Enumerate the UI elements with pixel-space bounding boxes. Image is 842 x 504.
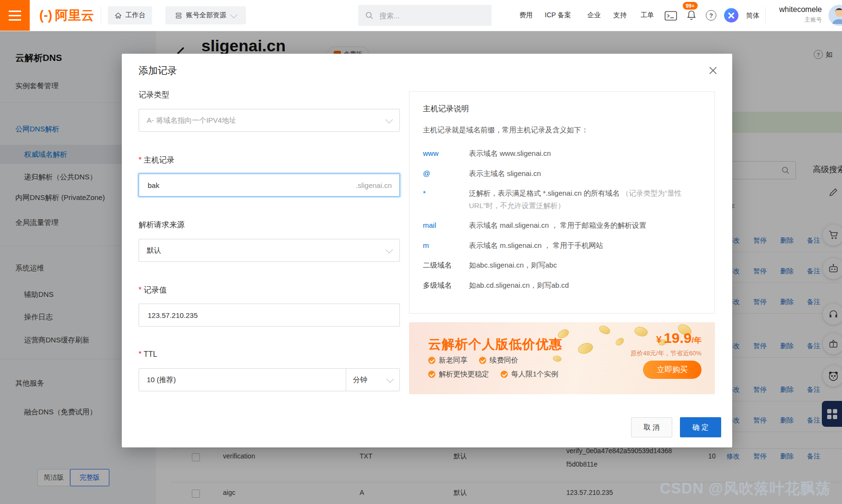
search-input[interactable] — [378, 11, 467, 20]
buy-now-button[interactable]: 立即购买 — [643, 361, 702, 379]
help-term: @ — [423, 167, 469, 180]
language-switch[interactable]: 简体 — [746, 12, 760, 20]
record-type-value: A- 将域名指向一个IPV4地址 — [147, 116, 236, 125]
account-menu[interactable]: whitecomele 主账号 — [771, 5, 822, 24]
help-desc: 如abc.sligenai.cn，则写abc — [469, 259, 557, 271]
host-record-label: 主机记录 — [139, 155, 175, 165]
avatar[interactable] — [829, 5, 842, 26]
record-value-input[interactable] — [147, 311, 392, 320]
help-desc: 泛解析，表示满足格式 *.sligenai.cn 的所有域名 （记录类型为“显性… — [469, 187, 701, 211]
promo-features-row: 解析更快更稳定 每人限1个实例 — [428, 370, 558, 379]
chevron-down-icon — [386, 375, 394, 383]
help-term: m — [423, 239, 469, 252]
csdn-watermark: CSDN @风吹落叶花飘荡 — [660, 479, 831, 499]
check-icon — [428, 357, 435, 364]
host-record-help-panel: 主机记录说明 主机记录就是域名前缀，常用主机记录及含义如下： www 表示域名 … — [409, 91, 715, 314]
app-promo-icon[interactable] — [724, 8, 738, 23]
chevron-down-icon — [386, 116, 393, 123]
promo-feature: 续费同价 — [490, 356, 518, 365]
help-row: mail 表示域名 mail.sligenai.cn ， 常用于邮箱业务的解析设… — [423, 219, 701, 232]
global-search[interactable] — [358, 5, 491, 26]
nav-support[interactable]: 支持 — [613, 11, 627, 20]
notification-badge: 99+ — [683, 2, 698, 10]
nav-billing[interactable]: 费用 — [519, 11, 533, 20]
help-row: 多级域名 如ab.cd.sligenai.cn，则写ab.cd — [423, 279, 701, 292]
ttl-label: TTL — [139, 350, 157, 359]
help-term: 二级域名 — [423, 259, 469, 271]
coin-decoration — [577, 341, 595, 356]
help-term: * — [423, 187, 469, 211]
promo-feature: 解析更快更稳定 — [439, 370, 489, 379]
host-record-field: .sligenai.cn — [139, 174, 400, 197]
divider — [765, 7, 766, 24]
nav-icp[interactable]: ICP 备案 — [545, 11, 571, 20]
promo-banner[interactable]: 云解析个人版低价优惠 新老同享 续费同价 解析更快更稳定 每人限1个实例 ¥ 1… — [409, 322, 715, 394]
ttl-field: 10 (推荐) 分钟 — [139, 368, 400, 391]
bell-icon[interactable] — [686, 10, 697, 22]
modal-title: 添加记录 — [139, 64, 177, 77]
coin-decoration — [633, 326, 649, 338]
promo-original-price: 原价48元/年，节省近60% — [631, 349, 702, 358]
chevron-down-icon — [386, 246, 393, 253]
cancel-button[interactable]: 取 消 — [631, 417, 672, 437]
help-row: @ 表示主域名 sligenai.cn — [423, 167, 701, 180]
chevron-down-icon — [230, 11, 238, 19]
record-type-label: 记录类型 — [139, 90, 169, 100]
help-row: www 表示域名 www.sligenai.cn — [423, 147, 701, 160]
ttl-input[interactable]: 10 (推荐) — [139, 369, 346, 391]
coin-decoration — [598, 324, 611, 336]
help-desc: 表示域名 mail.sligenai.cn ， 常用于邮箱业务的解析设置 — [469, 219, 646, 232]
dns-line-label: 解析请求来源 — [139, 220, 185, 230]
hamburger-menu-icon[interactable] — [0, 0, 30, 31]
currency-symbol: ¥ — [656, 334, 662, 345]
dns-line-select[interactable]: 默认 — [139, 239, 400, 262]
promo-title: 云解析个人版低价优惠 — [428, 336, 562, 353]
help-title: 主机记录说明 — [423, 104, 701, 114]
home-icon — [115, 12, 122, 19]
workbench-label: 工作台 — [126, 11, 146, 20]
nav-tickets[interactable]: 工单 — [641, 11, 654, 20]
help-icon[interactable]: ? — [706, 10, 716, 21]
help-row: 二级域名 如abc.sligenai.cn，则写abc — [423, 259, 701, 271]
nav-enterprise[interactable]: 企业 — [587, 11, 601, 20]
search-icon — [365, 11, 374, 20]
help-row: * 泛解析，表示满足格式 *.sligenai.cn 的所有域名 （记录类型为“… — [423, 187, 701, 211]
confirm-button[interactable]: 确 定 — [680, 417, 721, 437]
aliyun-logo[interactable]: (-) 阿里云 — [39, 0, 94, 31]
check-icon — [479, 357, 486, 364]
promo-price: ¥ 19.9/年 — [656, 330, 702, 346]
username: whitecomele — [771, 5, 822, 14]
help-desc: 表示主域名 sligenai.cn — [469, 167, 541, 180]
ttl-unit-value: 分钟 — [353, 375, 367, 385]
coin-decoration — [552, 355, 562, 363]
account-type: 主账号 — [771, 16, 822, 24]
account-resources-button[interactable]: 账号全部资源 — [165, 6, 246, 24]
workbench-button[interactable]: 工作台 — [108, 6, 152, 24]
top-navigation-bar: (-) 阿里云 工作台 账号全部资源 费用 ICP 备案 企业 支持 工单 99… — [0, 0, 842, 31]
close-icon[interactable] — [708, 65, 718, 76]
dns-line-value: 默认 — [147, 246, 161, 255]
ttl-unit-select[interactable]: 分钟 — [346, 369, 399, 391]
host-record-input[interactable] — [147, 181, 356, 190]
terminal-icon[interactable] — [665, 11, 677, 21]
help-desc: 表示域名 m.sligenai.cn ， 常用于手机网站 — [469, 239, 603, 252]
record-value-field — [139, 304, 400, 327]
account-resources-label: 账号全部资源 — [186, 11, 226, 20]
domain-suffix: .sligenai.cn — [356, 181, 392, 189]
help-term: www — [423, 147, 469, 160]
record-type-select[interactable]: A- 将域名指向一个IPV4地址 — [139, 109, 400, 132]
check-icon — [428, 371, 435, 378]
coin-decoration — [614, 336, 625, 347]
aliyun-logo-text: 阿里云 — [55, 7, 94, 24]
divider — [101, 7, 101, 24]
promo-feature: 新老同享 — [439, 356, 468, 365]
help-desc: 表示域名 www.sligenai.cn — [469, 147, 551, 160]
add-record-modal: 添加记录 记录类型 A- 将域名指向一个IPV4地址 主机记录 .sligena… — [122, 54, 732, 447]
promo-features-row: 新老同享 续费同价 — [428, 356, 518, 365]
check-icon — [501, 371, 508, 378]
aliyun-logo-mark: (-) — [39, 8, 52, 23]
help-term: mail — [423, 219, 469, 232]
resources-stack-icon — [175, 12, 182, 19]
promo-feature: 每人限1个实例 — [511, 370, 558, 379]
help-row: m 表示域名 m.sligenai.cn ， 常用于手机网站 — [423, 239, 701, 252]
